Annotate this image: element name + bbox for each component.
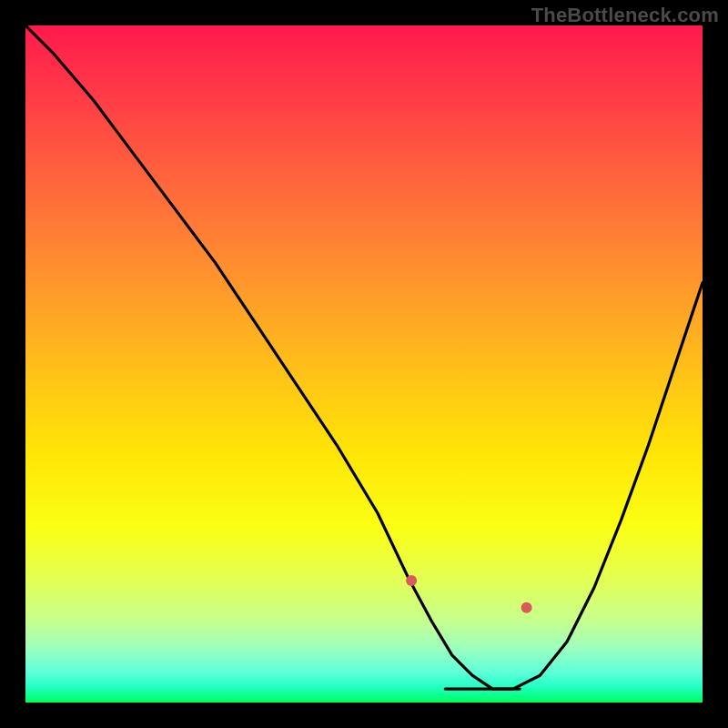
curve-path xyxy=(25,25,703,689)
bottleneck-curve xyxy=(25,25,703,703)
plot-area xyxy=(25,25,703,703)
marker-right xyxy=(521,602,532,613)
attribution-label: TheBottleneck.com xyxy=(531,4,719,27)
marker-left xyxy=(406,575,417,586)
chart-frame: TheBottleneck.com xyxy=(0,0,728,728)
